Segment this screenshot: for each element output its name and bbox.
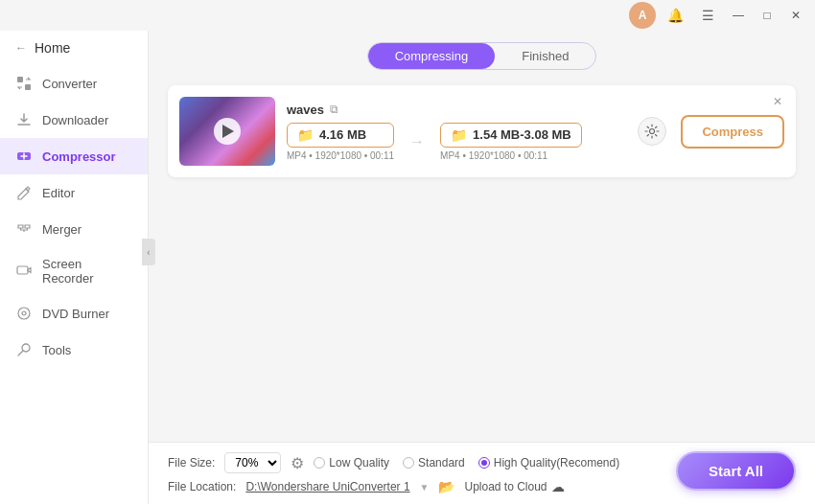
- path-dropdown-icon[interactable]: ▼: [420, 482, 430, 493]
- editor-label: Editor: [42, 186, 75, 200]
- upload-cloud-area[interactable]: Upload to Cloud ☁: [464, 479, 564, 494]
- quality-standard-label: Standard: [418, 456, 465, 470]
- quality-high-label: High Quality(Recomend): [494, 456, 619, 470]
- settings-area: [635, 117, 669, 146]
- play-button[interactable]: [214, 118, 241, 145]
- svg-point-6: [650, 129, 655, 134]
- original-size-section: 📁 4.16 MB MP4 • 1920*1080 • 00:11: [287, 123, 394, 161]
- titlebar-controls: A 🔔 ☰ — □ ✕: [629, 2, 807, 29]
- svg-rect-0: [17, 77, 23, 82]
- sidebar-item-editor[interactable]: Editor: [0, 174, 148, 211]
- sidebar-item-compressor[interactable]: Compressor: [0, 138, 148, 174]
- sidebar-item-screen-recorder[interactable]: Screen Recorder: [0, 247, 148, 295]
- svg-point-5: [22, 311, 26, 315]
- screen-recorder-label: Screen Recorder: [42, 257, 132, 286]
- quality-high[interactable]: High Quality(Recomend): [478, 456, 619, 470]
- radio-high-circle: [478, 457, 490, 469]
- size-row: 📁 4.16 MB MP4 • 1920*1080 • 00:11 → 📁 1.…: [287, 123, 623, 161]
- dvd-burner-label: DVD Burner: [42, 307, 109, 321]
- upload-cloud-label: Upload to Cloud: [464, 480, 547, 493]
- original-size-value: 4.16 MB: [319, 127, 366, 142]
- target-meta: MP4 • 1920*1080 • 00:11: [440, 150, 582, 161]
- tab-finished[interactable]: Finished: [495, 43, 595, 69]
- sidebar-item-dvd-burner[interactable]: DVD Burner: [0, 295, 148, 332]
- downloader-icon: [15, 111, 33, 128]
- home-label: Home: [35, 40, 70, 56]
- open-folder-icon[interactable]: 📂: [438, 479, 454, 494]
- sidebar: ← Home Converter Downloader: [0, 0, 149, 504]
- file-name-row: waves ⧉: [287, 103, 623, 117]
- settings-button[interactable]: [638, 117, 666, 146]
- quality-radio-group: Low Quality Standard High Quality(Recome…: [314, 456, 619, 470]
- editor-icon: [15, 184, 33, 201]
- arrow-separator: →: [409, 133, 425, 150]
- radio-high-inner: [481, 460, 487, 466]
- sidebar-item-converter[interactable]: Converter: [0, 65, 148, 102]
- tab-compressing[interactable]: Compressing: [368, 43, 496, 69]
- back-arrow-icon: ←: [15, 41, 27, 55]
- target-size-section: 📁 1.54 MB-3.08 MB MP4 • 1920*1080 • 00:1…: [440, 123, 582, 161]
- downloader-label: Downloader: [42, 113, 108, 127]
- sidebar-item-tools[interactable]: Tools: [0, 332, 148, 368]
- quality-settings-icon[interactable]: ⚙: [291, 454, 304, 472]
- svg-point-4: [18, 308, 30, 319]
- sidebar-collapse-handle[interactable]: ‹: [142, 239, 155, 265]
- svg-rect-1: [25, 84, 31, 90]
- merger-icon: [15, 220, 33, 238]
- compress-button[interactable]: Compress: [681, 115, 784, 149]
- original-meta: MP4 • 1920*1080 • 00:11: [287, 150, 394, 161]
- notification-icon[interactable]: 🔔: [662, 2, 688, 29]
- folder-icon: 📁: [297, 127, 314, 143]
- play-triangle-icon: [222, 125, 234, 138]
- file-link-icon[interactable]: ⧉: [330, 103, 338, 116]
- start-all-container: Start All: [676, 451, 796, 491]
- sidebar-item-downloader[interactable]: Downloader: [0, 102, 148, 138]
- video-thumbnail[interactable]: [179, 97, 275, 166]
- quality-low[interactable]: Low Quality: [314, 456, 389, 470]
- radio-low-circle: [314, 457, 325, 469]
- sidebar-home[interactable]: ← Home: [0, 31, 148, 65]
- file-card-close-button[interactable]: ✕: [769, 93, 786, 110]
- compressor-label: Compressor: [42, 149, 116, 164]
- target-size-box[interactable]: 📁 1.54 MB-3.08 MB: [440, 123, 582, 148]
- content-area: ✕ waves ⧉ 📁 4: [149, 78, 815, 442]
- tools-label: Tools: [42, 343, 71, 357]
- file-info: waves ⧉ 📁 4.16 MB MP4 • 1920*1080 • 00:1…: [287, 103, 623, 161]
- dvd-burner-icon: [15, 305, 33, 322]
- tab-bar: Compressing Finished: [149, 31, 815, 78]
- close-button[interactable]: ✕: [784, 4, 807, 27]
- maximize-button[interactable]: □: [756, 4, 779, 27]
- quality-standard[interactable]: Standard: [403, 456, 465, 470]
- main-area: Compressing Finished ✕ waves ⧉: [149, 0, 815, 504]
- file-card: ✕ waves ⧉ 📁 4: [168, 85, 796, 177]
- target-size-value: 1.54 MB-3.08 MB: [473, 127, 571, 142]
- svg-rect-3: [17, 266, 28, 274]
- tools-icon: [15, 341, 33, 358]
- bottom-bar: File Size: 70% ⚙ Low Quality Standard: [149, 442, 815, 504]
- converter-label: Converter: [42, 77, 97, 91]
- radio-standard-circle: [403, 457, 414, 469]
- file-name: waves: [287, 103, 324, 117]
- original-size-box: 📁 4.16 MB: [287, 123, 394, 148]
- titlebar: A 🔔 ☰ — □ ✕: [0, 0, 815, 31]
- tab-group: Compressing Finished: [367, 42, 597, 70]
- location-path-button[interactable]: D:\Wondershare UniConverter 1: [245, 480, 409, 493]
- sidebar-item-merger[interactable]: Merger: [0, 211, 148, 247]
- target-folder-icon: 📁: [451, 127, 467, 143]
- menu-icon[interactable]: ☰: [694, 2, 721, 29]
- file-size-label: File Size:: [168, 456, 215, 470]
- file-location-label: File Location:: [168, 480, 236, 493]
- size-percent-select[interactable]: 70%: [224, 452, 281, 473]
- converter-icon: [15, 75, 33, 92]
- screen-recorder-icon: [15, 263, 33, 280]
- quality-low-label: Low Quality: [329, 456, 389, 470]
- start-all-button[interactable]: Start All: [676, 451, 796, 491]
- compressor-icon: [15, 148, 33, 165]
- avatar-icon[interactable]: A: [629, 2, 656, 29]
- merger-label: Merger: [42, 222, 82, 237]
- minimize-button[interactable]: —: [727, 4, 750, 27]
- cloud-icon: ☁: [551, 479, 565, 494]
